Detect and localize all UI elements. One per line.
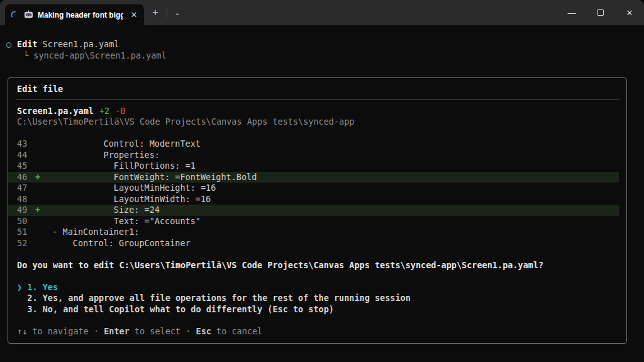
tab-separator <box>167 8 167 18</box>
line-number: 52 <box>8 238 35 249</box>
action-file-path: └ synced-app\Screen1.pa.yaml <box>6 50 644 62</box>
diff-add-marker: + <box>35 205 42 216</box>
code-text: Text: ="Accounts" <box>42 216 201 227</box>
diff-file-name: Screen1.pa.yaml <box>17 106 94 116</box>
copilot-robot-icon <box>24 10 33 20</box>
panel-divider <box>16 99 619 100</box>
terminal-tab[interactable]: Making header font bigge ✕ <box>5 4 144 25</box>
confirmation-question: Do you want to edit C:\Users\TimoPertilä… <box>8 260 626 271</box>
line-number: 47 <box>8 183 35 194</box>
diff-file-summary: Screen1.pa.yaml+2-0 <box>8 106 626 117</box>
code-text: FontWeight: =FontWeight.Bold <box>42 172 257 183</box>
line-number: 49 <box>8 205 35 216</box>
diff-add-marker <box>35 216 42 227</box>
diff-add-marker <box>35 150 42 161</box>
arrow-keys-icon: ↑↓ <box>17 326 27 336</box>
diff-file-directory: C:\Users\TimoPertilä\VS Code Projects\Ca… <box>8 116 626 128</box>
diff-add-marker: + <box>35 172 42 183</box>
diff-row: 47 LayoutMinHeight: =16 <box>8 183 619 194</box>
code-text: Control: ModernText <box>42 139 201 150</box>
nav-hint-label: to navigate <box>27 326 89 336</box>
diff-add-marker <box>35 161 42 172</box>
diff-row: 50 Text: ="Accounts" <box>8 216 619 227</box>
line-number: 48 <box>8 194 35 205</box>
diff-add-marker <box>35 238 42 249</box>
panel-title: Edit file <box>8 84 626 95</box>
option-3[interactable]: 3. No, and tell Copilot what to do diffe… <box>8 304 626 315</box>
code-text: Control: GroupContainer <box>42 238 191 249</box>
code-text: FillPortions: =1 <box>42 161 196 172</box>
diff-row: 52 Control: GroupContainer <box>8 238 619 249</box>
enter-key-label: Enter <box>104 326 130 336</box>
minimize-button[interactable]: — <box>557 0 586 25</box>
action-file-name: Screen1.pa.yaml <box>43 39 119 50</box>
diff-add-marker <box>35 183 42 194</box>
diff-row: 44 Properties: <box>8 150 619 161</box>
session-header: ○ Edit Screen1.pa.yaml └ synced-app\Scre… <box>6 39 644 61</box>
terminal-window: Making header font bigge ✕ + ⌄ — ✕ ○ Edi… <box>0 0 644 362</box>
line-number: 50 <box>8 216 35 227</box>
maximize-button[interactable] <box>586 0 615 25</box>
maximize-icon <box>597 9 604 16</box>
line-number: 43 <box>8 139 35 150</box>
new-tab-button[interactable]: + <box>147 4 164 21</box>
esc-key-label: Esc <box>196 326 211 336</box>
close-button[interactable]: ✕ <box>615 0 644 25</box>
diff-row: 43 Control: ModernText <box>8 139 619 150</box>
tab-close-icon[interactable]: ✕ <box>128 9 140 21</box>
diff-row: 51 - MainContainer1: <box>8 227 619 238</box>
edit-file-panel: Edit file Screen1.pa.yaml+2-0 C:\Users\T… <box>8 77 627 344</box>
code-text: Properties: <box>42 150 160 161</box>
diff-add-marker <box>35 194 42 205</box>
titlebar[interactable]: Making header font bigge ✕ + ⌄ — ✕ <box>0 0 644 25</box>
option-2[interactable]: 2. Yes, and approve all file operations … <box>8 293 626 304</box>
options-list: ❯ 1. Yes 2. Yes, and approve all file op… <box>8 282 626 315</box>
option-1[interactable]: ❯ 1. Yes <box>8 282 626 293</box>
action-label: Edit <box>17 39 38 50</box>
status-bullet-icon: ○ <box>6 39 17 50</box>
diff-row: 48 LayoutMinWidth: =16 <box>8 194 619 205</box>
tab-dropdown-icon[interactable]: ⌄ <box>170 4 185 21</box>
terminal-content: ○ Edit Screen1.pa.yaml └ synced-app\Scre… <box>0 25 644 344</box>
diff-lines: 43 Control: ModernText44 Properties:45 F… <box>8 139 626 249</box>
hint-separator: · <box>180 326 196 336</box>
cancel-hint-label: to cancel <box>211 326 262 336</box>
code-text: Size: =24 <box>42 205 160 216</box>
code-text: - MainContainer1: <box>42 227 139 238</box>
diff-row: 45 FillPortions: =1 <box>8 161 619 172</box>
diff-add-marker <box>35 139 42 150</box>
hint-separator: · <box>89 326 104 336</box>
deletions-count: -0 <box>115 106 125 116</box>
code-text: LayoutMinWidth: =16 <box>42 194 211 205</box>
diff-row: 46+ FontWeight: =FontWeight.Bold <box>8 172 619 183</box>
line-number: 44 <box>8 150 35 161</box>
diff-add-marker <box>35 227 42 238</box>
code-text: LayoutMinHeight: =16 <box>42 183 216 194</box>
keyboard-hints: ↑↓ to navigate · Enter to select · Esc t… <box>8 326 626 337</box>
line-number: 46 <box>8 172 35 183</box>
line-number: 45 <box>8 161 35 172</box>
tab-title: Making header font bigge <box>38 11 123 20</box>
diff-row: 49+ Size: =24 <box>8 205 619 216</box>
additions-count: +2 <box>99 106 109 116</box>
tab-progress-spinner-icon <box>11 11 19 20</box>
line-number: 51 <box>8 227 35 238</box>
select-hint-label: to select <box>130 326 180 336</box>
